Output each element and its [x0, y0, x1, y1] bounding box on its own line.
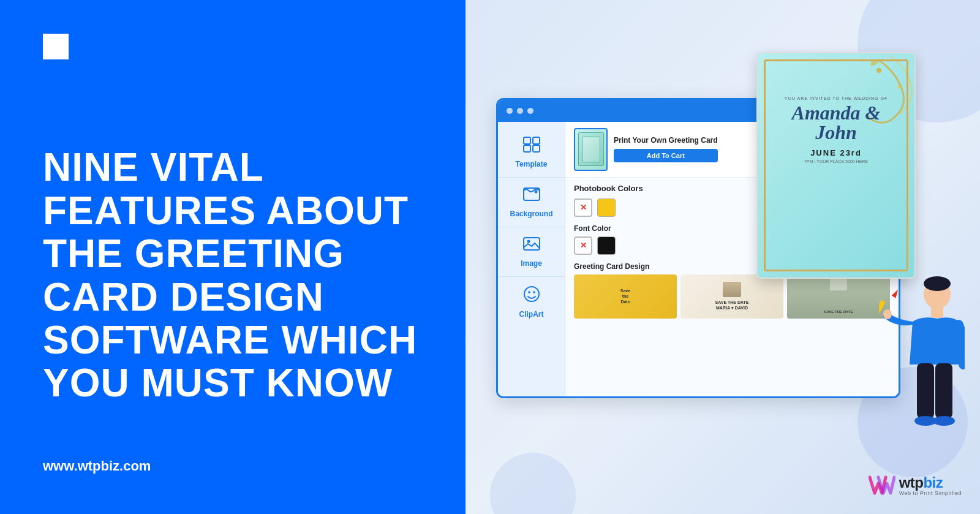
product-info: Print Your Own Greeting Card Add To Cart: [614, 136, 718, 163]
clipart-icon: [523, 285, 540, 307]
sidebar-item-template[interactable]: Template: [498, 128, 565, 178]
color-swatch-x-2[interactable]: ✕: [574, 236, 592, 255]
svg-rect-2: [524, 145, 530, 152]
design-card-1[interactable]: SavetheDate: [574, 274, 677, 319]
design-grid: SavetheDate SAVE THE DATEMARIA ♥ DAVID: [574, 274, 890, 319]
photobook-colors-title: Photobook Colors: [574, 184, 643, 193]
svg-rect-19: [917, 363, 934, 418]
svg-rect-23: [931, 306, 943, 318]
website-url: www.wtpbiz.com: [43, 458, 151, 474]
background-label: Background: [510, 210, 552, 218]
svg-marker-18: [892, 288, 900, 298]
image-icon: [523, 236, 540, 256]
sidebar-item-image[interactable]: Image: [498, 227, 565, 277]
add-to-cart-button[interactable]: Add To Cart: [614, 149, 718, 162]
person-illustration: [879, 266, 965, 453]
svg-point-8: [524, 287, 539, 301]
wtpbiz-tagline: Web to Print Simplified: [899, 490, 962, 496]
design-card-2[interactable]: SAVE THE DATEMARIA ♥ DAVID: [680, 274, 783, 319]
clipart-label: ClipArt: [519, 310, 544, 319]
color-swatch-yellow[interactable]: [597, 198, 616, 217]
gc-text-block: YOU ARE INVITED TO THE WEDDING OF Amanda…: [770, 96, 902, 164]
sidebar-item-background[interactable]: Background: [498, 178, 565, 227]
image-label: Image: [521, 259, 542, 268]
product-thumbnail: [574, 128, 608, 171]
right-panel: Template Background: [466, 0, 980, 514]
greeting-card-preview-container: YOU ARE INVITED TO THE WEDDING OF Amanda…: [756, 52, 916, 279]
color-swatch-x-1[interactable]: ✕: [574, 198, 592, 217]
browser-dot-3: [527, 108, 533, 114]
wtpbiz-logo: wtpbiz Web to Print Simplified: [869, 475, 962, 497]
left-panel: NINE VITAL FEATURES ABOUT THE GREETING C…: [0, 0, 466, 514]
template-icon: [523, 137, 540, 157]
wtpbiz-w-icon: [869, 475, 895, 497]
svg-point-7: [527, 240, 530, 243]
svg-rect-6: [524, 238, 540, 250]
main-heading: NINE VITAL FEATURES ABOUT THE GREETING C…: [43, 146, 423, 404]
svg-point-5: [534, 190, 537, 193]
product-card: Print Your Own Greeting Card Add To Cart: [574, 128, 718, 171]
svg-point-10: [533, 291, 535, 293]
wtpbiz-text: wtpbiz Web to Print Simplified: [899, 475, 962, 496]
svg-point-15: [924, 276, 951, 291]
svg-rect-3: [533, 145, 540, 152]
svg-point-9: [528, 291, 530, 293]
gc-date: JUNE 23rd: [770, 148, 902, 157]
svg-rect-0: [524, 137, 530, 144]
product-thumb-inner: [578, 132, 604, 166]
template-label: Template: [516, 160, 548, 168]
browser-dot-1: [507, 108, 513, 114]
gc-sub-date: 7PM / YOUR PLACE 5000 HERE: [770, 159, 902, 164]
wtpbiz-name: wtpbiz: [899, 475, 962, 490]
background-icon: [523, 186, 540, 206]
design-card-2-text: SAVE THE DATEMARIA ♥ DAVID: [715, 300, 749, 311]
gc-gold-frame: [764, 59, 908, 271]
gc-invited-text: YOU ARE INVITED TO THE WEDDING OF: [770, 96, 902, 100]
product-title: Print Your Own Greeting Card: [614, 136, 718, 146]
deco-circle-bottom-left: [490, 453, 576, 514]
svg-rect-20: [935, 363, 952, 418]
browser-dot-2: [517, 108, 523, 114]
svg-point-22: [933, 416, 955, 426]
svg-point-16: [883, 309, 892, 319]
white-square-decoration: [43, 34, 69, 59]
sidebar-item-clipart[interactable]: ClipArt: [498, 277, 565, 327]
greeting-card-preview: YOU ARE INVITED TO THE WEDDING OF Amanda…: [756, 52, 916, 279]
color-swatch-black[interactable]: [597, 236, 616, 255]
gc-name: Amanda & John: [770, 103, 902, 142]
editor-sidebar: Template Background: [498, 122, 565, 396]
design-card-3[interactable]: SAVE THE DATE: [787, 274, 890, 319]
svg-rect-1: [533, 137, 540, 144]
